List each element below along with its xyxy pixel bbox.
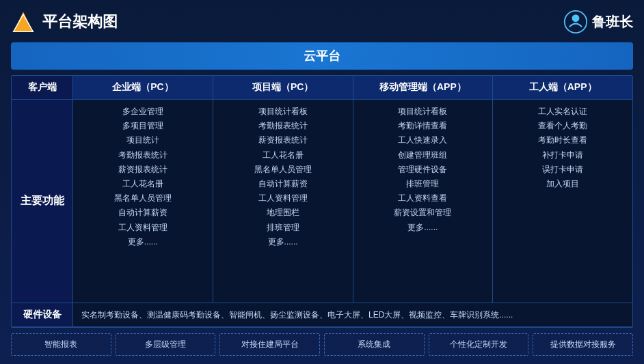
col-header-enterprise: 企业端（PC） [73,76,213,99]
column-headers: 客户端 企业端（PC） 项目端（PC） 移动管理端（APP） 工人端（APP） [12,76,632,100]
bottom-item-0: 智能报表 [11,333,111,356]
cloud-platform-banner: 云平台 [11,42,633,70]
hardware-content: 实名制考勤设备、测温健康码考勤设备、智能闸机、扬尘监测设备、电子大屏、LED大屏… [73,303,632,326]
list-item: 排班管理 [267,221,299,234]
cloud-platform-label: 云平台 [304,49,340,63]
list-item: 误打卡申请 [542,163,583,176]
col-header-mobile: 移动管理端（APP） [353,76,494,99]
row-label-main-function: 主要功能 [12,100,73,303]
list-item: 项目统计看板 [398,105,447,118]
list-item: 更多...... [268,236,298,249]
bottom-item-2: 对接住建局平台 [219,333,320,356]
list-item: 薪资报表统计 [258,134,308,147]
list-item: 黑名单人员管理 [114,192,172,205]
project-features: 项目统计看板 考勤报表统计 薪资报表统计 工人花名册 黑名单人员管理 自动计算薪… [213,100,353,303]
logo-triangle-icon [11,10,36,34]
header-left: 平台架构图 [11,10,118,34]
svg-point-3 [572,14,580,22]
list-item: 自动计算薪资 [118,206,167,219]
header: 平台架构图 鲁班长 [11,7,633,37]
bottom-item-3: 系统集成 [324,333,425,356]
list-item: 薪资设置和管理 [394,206,451,219]
list-item: 黑名单人员管理 [254,163,312,176]
list-item: 加入项目 [546,178,579,191]
page-title: 平台架构图 [42,12,118,32]
col-header-client: 客户端 [12,76,73,99]
list-item: 多企业管理 [122,105,163,118]
list-item: 工人实名认证 [538,105,587,118]
worker-features: 工人实名认证 查看个人考勤 考勤时长查看 补打卡申请 误打卡申请 加入项目 [493,100,632,303]
list-item: 创建管理班组 [398,149,447,162]
brand-logo: 鲁班长 [563,10,633,34]
enterprise-features: 多企业管理 多项目管理 项目统计 考勤报表统计 薪资报表统计 工人花名册 黑名单… [73,100,213,303]
bottom-item-4: 个性化定制开发 [429,333,529,356]
list-item: 管理硬件设备 [398,163,447,176]
page-wrapper: 平台架构图 鲁班长 云平台 客户端 企业端（PC） 项目端（PC） 移动管理端（… [0,0,644,364]
list-item: 项目统计看板 [258,105,308,118]
bottom-features-row: 智能报表 多层级管理 对接住建局平台 系统集成 个性化定制开发 提供数据对接服务 [11,333,633,357]
list-item: 工人资料查看 [398,192,447,205]
list-item: 自动计算薪资 [258,178,308,191]
brand-name: 鲁班长 [592,13,633,31]
list-item: 更多...... [128,236,158,249]
list-item: 工人花名册 [263,149,304,162]
list-item: 工人快速录入 [398,134,447,147]
list-item: 薪资报表统计 [118,163,167,176]
list-item: 工人资料管理 [118,221,167,234]
main-feature-row: 主要功能 多企业管理 多项目管理 项目统计 考勤报表统计 薪资报表统计 工人花名… [12,100,632,303]
list-item: 补打卡申请 [542,149,583,162]
list-item: 考勤详情查看 [398,120,447,132]
list-item: 项目统计 [126,134,159,147]
list-item: 工人资料管理 [258,192,308,205]
list-item: 查看个人考勤 [538,120,587,132]
list-item: 排班管理 [406,178,439,191]
list-item: 考勤时长查看 [538,134,587,147]
list-item: 工人花名册 [122,178,163,191]
brand-icon [563,10,588,34]
mobile-features: 项目统计看板 考勤详情查看 工人快速录入 创建管理班组 管理硬件设备 排班管理 … [353,100,494,303]
list-item: 多项目管理 [122,120,163,132]
col-header-worker: 工人端（APP） [493,76,632,99]
main-table: 客户端 企业端（PC） 项目端（PC） 移动管理端（APP） 工人端（APP） … [11,75,633,328]
bottom-item-1: 多层级管理 [116,333,216,356]
hardware-row: 硬件设备 实名制考勤设备、测温健康码考勤设备、智能闸机、扬尘监测设备、电子大屏、… [12,303,632,327]
list-item: 考勤报表统计 [118,149,167,162]
col-header-project: 项目端（PC） [213,76,353,99]
list-item: 地理围栏 [267,206,299,219]
bottom-item-5: 提供数据对接服务 [533,333,633,356]
hardware-label: 硬件设备 [12,303,73,326]
list-item: 考勤报表统计 [258,120,308,132]
list-item: 更多...... [407,221,438,234]
